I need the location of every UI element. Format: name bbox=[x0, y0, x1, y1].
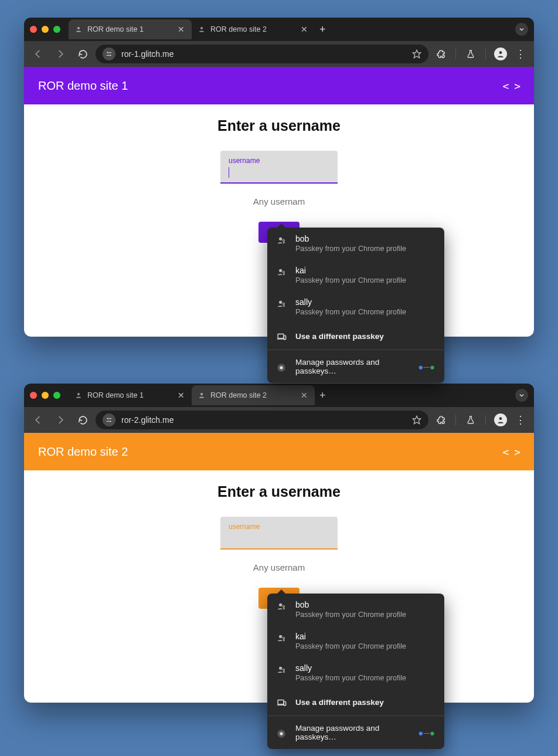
passkey-option-sally[interactable]: sally Passkey from your Chrome profile bbox=[267, 657, 444, 689]
field-label: username bbox=[229, 523, 260, 531]
chrome-icon bbox=[277, 727, 287, 738]
titlebar: ROR demo site 1 ✕ ROR demo site 2 ✕ + bbox=[24, 384, 534, 407]
username-input[interactable] bbox=[220, 517, 338, 550]
tab-strip: ROR demo site 1 ✕ ROR demo site 2 ✕ + bbox=[69, 19, 515, 39]
minimize-window-button[interactable] bbox=[42, 392, 49, 399]
svg-point-7 bbox=[499, 51, 502, 54]
menu-button[interactable]: ⋮ bbox=[512, 48, 529, 60]
passkey-icon bbox=[277, 297, 287, 308]
svg-point-11 bbox=[283, 272, 285, 273]
svg-rect-5 bbox=[107, 55, 110, 56]
svg-point-13 bbox=[283, 303, 285, 305]
labs-icon[interactable] bbox=[462, 49, 479, 59]
new-tab-button[interactable]: + bbox=[315, 389, 331, 402]
new-tab-button[interactable]: + bbox=[315, 23, 331, 36]
svg-point-20 bbox=[107, 418, 108, 419]
helper-text: Any usernam bbox=[253, 196, 305, 206]
close-tab-icon[interactable]: ✕ bbox=[176, 25, 186, 34]
passkey-name: kai bbox=[295, 632, 406, 641]
extensions-icon[interactable] bbox=[432, 49, 450, 59]
close-window-button[interactable] bbox=[30, 392, 37, 399]
svg-point-35 bbox=[280, 732, 283, 735]
view-source-icon[interactable]: < > bbox=[502, 446, 520, 458]
svg-point-27 bbox=[283, 606, 285, 608]
close-tab-icon[interactable]: ✕ bbox=[300, 391, 309, 400]
reload-button[interactable] bbox=[73, 411, 92, 429]
forward-button[interactable] bbox=[51, 45, 70, 63]
passkey-option-bob[interactable]: bob Passkey from your Chrome profile bbox=[267, 228, 444, 259]
bookmark-star-icon[interactable] bbox=[412, 415, 421, 425]
passkey-name: bob bbox=[295, 600, 406, 609]
maximize-window-button[interactable] bbox=[53, 392, 60, 399]
svg-point-8 bbox=[279, 238, 282, 240]
toolbar: ror-1.glitch.me ⋮ bbox=[24, 41, 534, 67]
passkey-option-bob[interactable]: bob Passkey from your Chrome profile bbox=[267, 594, 444, 625]
svg-rect-14 bbox=[278, 334, 284, 338]
minimize-window-button[interactable] bbox=[42, 26, 49, 33]
passkey-icon bbox=[277, 266, 287, 277]
passkey-name: kai bbox=[295, 266, 406, 275]
menu-button[interactable]: ⋮ bbox=[512, 413, 529, 426]
use-different-label: Use a different passkey bbox=[295, 332, 384, 341]
app-header: ROR demo site 2 < > bbox=[24, 433, 534, 470]
use-different-passkey[interactable]: Use a different passkey bbox=[267, 323, 444, 350]
passkey-source: Passkey from your Chrome profile bbox=[295, 245, 406, 253]
forward-button[interactable] bbox=[51, 411, 70, 429]
site-settings-icon[interactable] bbox=[103, 48, 115, 60]
address-bar[interactable]: ror-1.glitch.me bbox=[96, 45, 428, 63]
profile-button[interactable] bbox=[492, 48, 509, 60]
manage-label: Manage passwords and passkeys… bbox=[295, 358, 410, 375]
username-field-wrap: username bbox=[220, 151, 338, 184]
tab-title: ROR demo site 1 bbox=[87, 25, 172, 33]
passkey-source: Passkey from your Chrome profile bbox=[295, 611, 406, 619]
page-body: Enter a username username Any usernam bbox=[24, 470, 534, 609]
url-text: ror-2.glitch.me bbox=[121, 415, 406, 425]
manage-label: Manage passwords and passkeys… bbox=[295, 724, 410, 741]
tab-ror-demo-site-1[interactable]: ROR demo site 1 ✕ bbox=[69, 19, 192, 39]
tab-overflow-button[interactable] bbox=[515, 389, 528, 402]
passkey-icon bbox=[74, 391, 83, 399]
bookmark-star-icon[interactable] bbox=[412, 49, 421, 59]
tab-ror-demo-site-1[interactable]: ROR demo site 1 ✕ bbox=[69, 385, 192, 405]
passkey-option-kai[interactable]: kai Passkey from your Chrome profile bbox=[267, 259, 444, 291]
svg-point-4 bbox=[110, 55, 111, 56]
page-content: ROR demo site 1 < > Enter a username use… bbox=[24, 67, 534, 337]
passkey-icon bbox=[198, 391, 206, 399]
tab-strip: ROR demo site 1 ✕ ROR demo site 2 ✕ + bbox=[69, 385, 515, 405]
passkey-name: sally bbox=[295, 663, 406, 673]
svg-rect-21 bbox=[108, 418, 111, 419]
close-window-button[interactable] bbox=[30, 26, 37, 33]
svg-rect-3 bbox=[108, 52, 111, 53]
address-bar[interactable]: ror-2.glitch.me bbox=[96, 411, 428, 429]
app-title: ROR demo site 2 bbox=[38, 445, 502, 459]
svg-point-0 bbox=[77, 27, 80, 29]
helper-text: Any usernam bbox=[253, 562, 305, 572]
tab-title: ROR demo site 1 bbox=[87, 391, 172, 399]
manage-passwords[interactable]: Manage passwords and passkeys… ●─● bbox=[267, 350, 444, 383]
tab-overflow-button[interactable] bbox=[515, 23, 528, 36]
back-button[interactable] bbox=[29, 45, 47, 63]
svg-point-22 bbox=[110, 421, 111, 422]
back-button[interactable] bbox=[29, 411, 47, 429]
profile-button[interactable] bbox=[492, 413, 509, 426]
close-tab-icon[interactable]: ✕ bbox=[300, 25, 309, 34]
username-input[interactable] bbox=[220, 151, 338, 184]
tab-ror-demo-site-2[interactable]: ROR demo site 2 ✕ bbox=[192, 385, 315, 405]
svg-point-9 bbox=[283, 240, 285, 242]
reload-button[interactable] bbox=[73, 45, 92, 63]
use-different-passkey[interactable]: Use a different passkey bbox=[267, 689, 444, 716]
tab-ror-demo-site-2[interactable]: ROR demo site 2 ✕ bbox=[192, 19, 315, 39]
close-tab-icon[interactable]: ✕ bbox=[176, 391, 186, 400]
passkey-option-sally[interactable]: sally Passkey from your Chrome profile bbox=[267, 291, 444, 323]
manage-passwords[interactable]: Manage passwords and passkeys… ●─● bbox=[267, 716, 444, 749]
passkey-option-kai[interactable]: kai Passkey from your Chrome profile bbox=[267, 625, 444, 657]
use-different-label: Use a different passkey bbox=[295, 698, 384, 707]
svg-point-1 bbox=[200, 27, 203, 29]
url-text: ror-1.glitch.me bbox=[121, 49, 406, 59]
labs-icon[interactable] bbox=[462, 415, 479, 425]
view-source-icon[interactable]: < > bbox=[502, 80, 520, 92]
site-settings-icon[interactable] bbox=[103, 413, 115, 426]
page-heading: Enter a username bbox=[217, 483, 341, 500]
maximize-window-button[interactable] bbox=[53, 26, 60, 33]
extensions-icon[interactable] bbox=[432, 415, 450, 425]
